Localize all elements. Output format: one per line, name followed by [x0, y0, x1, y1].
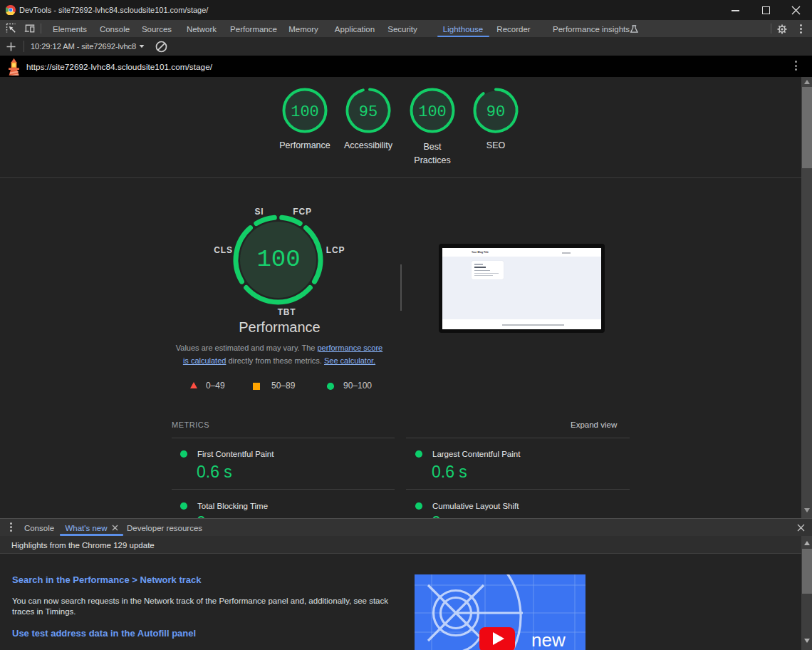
svg-text:95: 95 [359, 103, 378, 121]
svg-text:100: 100 [256, 246, 300, 273]
svg-text:100: 100 [418, 103, 447, 121]
svg-text:new: new [531, 629, 566, 650]
svg-text:100: 100 [291, 103, 319, 121]
svg-text:90: 90 [486, 103, 505, 121]
